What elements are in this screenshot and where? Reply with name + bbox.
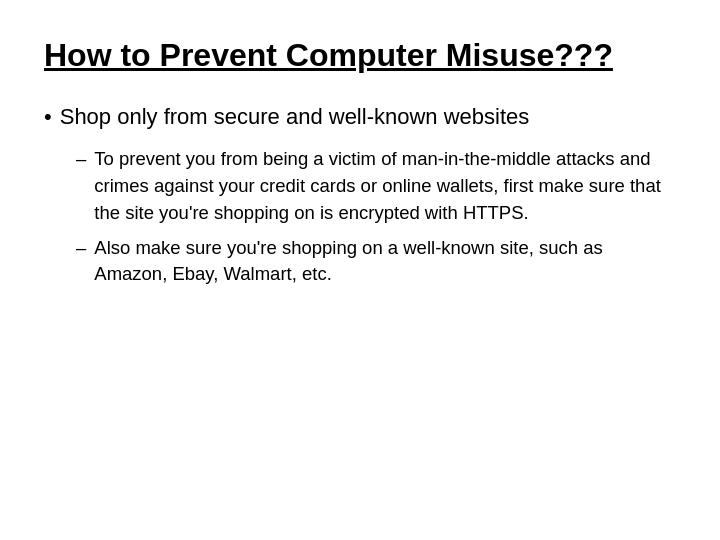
bullet-text-1: Shop only from secure and well-known web…	[60, 102, 530, 132]
slide-container: How to Prevent Computer Misuse??? • Shop…	[0, 0, 720, 540]
bullet-dot-1: •	[44, 102, 52, 132]
sub-bullets-1: – To prevent you from being a victim of …	[76, 146, 676, 288]
sub-bullet-text-1: To prevent you from being a victim of ma…	[94, 146, 676, 226]
bullet-main-1: • Shop only from secure and well-known w…	[44, 102, 676, 132]
sub-bullet-2: – Also make sure you're shopping on a we…	[76, 235, 676, 289]
sub-bullet-dash-1: –	[76, 146, 86, 173]
slide-title: How to Prevent Computer Misuse???	[44, 36, 676, 74]
sub-bullet-dash-2: –	[76, 235, 86, 262]
sub-bullet-text-2: Also make sure you're shopping on a well…	[94, 235, 676, 289]
content-area: • Shop only from secure and well-known w…	[44, 102, 676, 288]
bullet-item-1: • Shop only from secure and well-known w…	[44, 102, 676, 288]
sub-bullet-1: – To prevent you from being a victim of …	[76, 146, 676, 226]
